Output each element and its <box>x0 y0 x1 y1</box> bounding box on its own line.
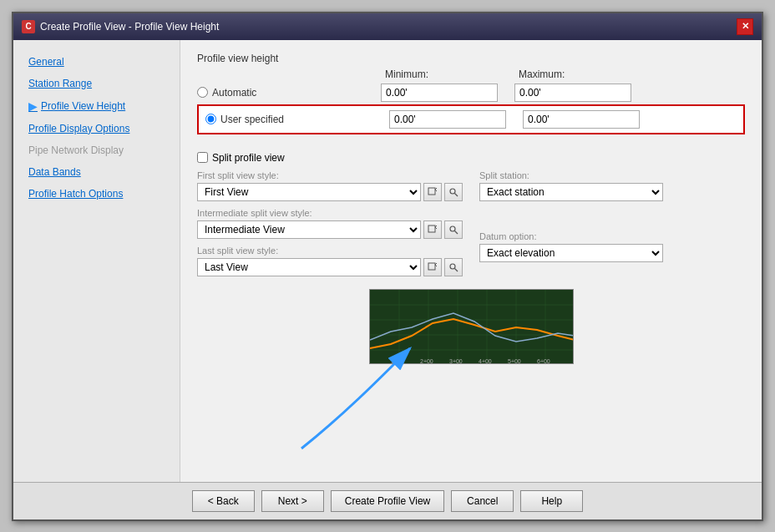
svg-point-4 <box>450 189 455 194</box>
edit-icon-2 <box>428 225 438 235</box>
window-title: Create Profile View - Profile View Heigh… <box>40 21 219 33</box>
user-specified-row: User specified <box>197 104 745 134</box>
app-icon: C <box>22 20 35 33</box>
intermediate-split-group: Intermediate split view style: Intermedi… <box>197 208 463 239</box>
help-button[interactable]: Help <box>520 490 583 512</box>
svg-line-15 <box>455 268 458 271</box>
automatic-radio-label: Automatic <box>197 87 381 99</box>
section-title: Profile view height <box>197 53 745 64</box>
automatic-radio[interactable] <box>197 87 208 98</box>
first-split-dropdown[interactable]: First View <box>197 183 421 201</box>
last-split-edit-btn[interactable] <box>423 258 442 276</box>
svg-point-9 <box>450 226 455 231</box>
automatic-max-input[interactable] <box>514 84 631 102</box>
split-grid: First split view style: First View <box>197 170 745 276</box>
footer: < Back Next > Create Profile View Cancel… <box>13 482 762 519</box>
split-station-dropdown[interactable]: Exact station Nearest tick <box>479 183 663 201</box>
intermediate-split-zoom-btn[interactable] <box>444 220 463 239</box>
split-profile-label: Split profile view <box>212 152 285 164</box>
svg-point-14 <box>450 264 455 269</box>
active-arrow-icon: ▶ <box>28 99 38 113</box>
datum-option-label: Datum option: <box>479 231 745 241</box>
minimum-header: Minimum: <box>381 68 514 80</box>
sidebar-item-profile-view-height[interactable]: ▶ Profile View Height <box>22 96 171 116</box>
intermediate-split-edit-btn[interactable] <box>423 220 442 239</box>
sidebar-item-general[interactable]: General <box>22 53 171 71</box>
column-headers: Minimum: Maximum: <box>197 68 745 80</box>
svg-rect-1 <box>428 188 435 195</box>
first-split-edit-btn[interactable] <box>423 183 442 201</box>
maximum-header: Maximum: <box>514 68 648 80</box>
split-profile-row: Split profile view <box>197 152 745 164</box>
automatic-min-input[interactable] <box>381 84 498 102</box>
intermediate-split-row: Intermediate View <box>197 220 463 239</box>
user-specified-radio-label: User specified <box>205 114 389 125</box>
cancel-button[interactable]: Cancel <box>451 490 514 512</box>
sidebar: General Station Range ▶ Profile View Hei… <box>13 40 180 482</box>
last-split-row: Last View <box>197 258 463 276</box>
intermediate-split-dropdown[interactable]: Intermediate View <box>197 220 421 239</box>
last-split-label: Last split view style: <box>197 246 463 256</box>
edit-icon <box>428 187 438 197</box>
automatic-row: Automatic <box>197 84 745 102</box>
first-split-row: First View <box>197 183 463 201</box>
annotation-arrow <box>276 332 427 457</box>
window-body: General Station Range ▶ Profile View Hei… <box>13 40 762 482</box>
sidebar-item-data-bands[interactable]: Data Bands <box>22 163 171 181</box>
datum-option-dropdown[interactable]: Exact elevation Nearest datum <box>479 244 663 262</box>
last-split-dropdown[interactable]: Last View <box>197 258 421 276</box>
user-specified-min-input[interactable] <box>389 110 506 129</box>
split-left-col: First split view style: First View <box>197 170 463 276</box>
back-button[interactable]: < Back <box>192 490 255 512</box>
first-split-zoom-btn[interactable] <box>444 183 463 201</box>
svg-rect-6 <box>428 225 435 232</box>
user-specified-radio[interactable] <box>205 114 216 124</box>
first-split-label: First split view style: <box>197 170 463 180</box>
svg-line-5 <box>455 193 458 196</box>
close-button[interactable]: ✕ <box>737 18 753 35</box>
sidebar-item-label: Profile View Height <box>41 100 125 112</box>
user-specified-label-text: User specified <box>220 114 284 125</box>
first-split-group: First split view style: First View <box>197 170 463 201</box>
svg-text:4+00: 4+00 <box>479 358 492 364</box>
title-bar: C Create Profile View - Profile View Hei… <box>13 13 762 40</box>
height-section: Profile view height Minimum: Maximum: Au… <box>197 53 745 137</box>
last-split-zoom-btn[interactable] <box>444 258 463 276</box>
svg-text:5+00: 5+00 <box>508 358 521 364</box>
svg-line-10 <box>455 231 458 234</box>
user-specified-max-input[interactable] <box>523 110 640 129</box>
split-station-group: Split station: Exact station Nearest tic… <box>479 170 745 201</box>
intermediate-split-label: Intermediate split view style: <box>197 208 463 218</box>
title-bar-left: C Create Profile View - Profile View Hei… <box>22 20 219 33</box>
svg-text:3+00: 3+00 <box>449 358 463 364</box>
pick-icon <box>448 187 458 197</box>
split-right-col: Split station: Exact station Nearest tic… <box>479 170 745 276</box>
datum-option-group: Datum option: Exact elevation Nearest da… <box>479 231 745 262</box>
sidebar-item-profile-display-options[interactable]: Profile Display Options <box>22 119 171 138</box>
main-content: edit appropriately Profile view height <box>180 40 762 482</box>
split-profile-checkbox[interactable] <box>197 152 208 163</box>
automatic-label-text: Automatic <box>212 87 256 99</box>
sidebar-item-station-range[interactable]: Station Range <box>22 74 171 93</box>
split-station-label: Split station: <box>479 170 745 180</box>
main-window: C Create Profile View - Profile View Hei… <box>12 12 763 521</box>
pick-icon-3 <box>448 262 458 272</box>
next-button[interactable]: Next > <box>261 490 324 512</box>
pick-icon-2 <box>448 225 458 235</box>
edit-icon-3 <box>428 262 438 272</box>
create-profile-view-button[interactable]: Create Profile View <box>331 490 445 512</box>
split-section: Split profile view First split view styl… <box>197 152 745 276</box>
svg-text:6+00: 6+00 <box>537 358 550 364</box>
svg-rect-11 <box>428 263 435 270</box>
last-split-group: Last split view style: Last View <box>197 246 463 276</box>
sidebar-item-pipe-network-display: Pipe Network Display <box>22 141 171 160</box>
sidebar-item-profile-hatch-options[interactable]: Profile Hatch Options <box>22 185 171 203</box>
